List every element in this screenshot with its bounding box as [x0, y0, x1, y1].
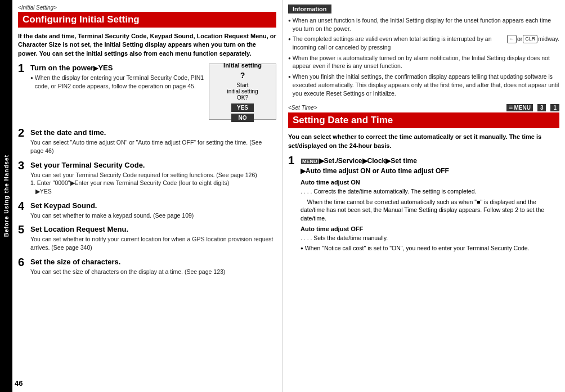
- right-step-1-number: 1: [288, 155, 301, 255]
- left-column: Before Using the Handset <Initial Settin…: [0, 0, 282, 392]
- initial-setting-image: Initial setting ? Startinitial settingOK…: [209, 64, 276, 120]
- section-title: Configuring Initial Setting: [18, 12, 276, 28]
- step-5-content: Set Location Request Menu. You can set w…: [30, 225, 276, 251]
- right-step-1-title: MENU▶Set./Service▶Clock▶Set time ▶Auto t…: [301, 156, 559, 176]
- menu-symbol: MENU: [301, 159, 319, 164]
- step-5: 5 Set Location Request Menu. You can set…: [18, 225, 276, 251]
- auto-on-title: Auto time adjust ON: [301, 179, 559, 186]
- menu-label: MENU: [514, 105, 530, 111]
- step-5-body: You can set whether to notify your curre…: [30, 235, 276, 251]
- right-step-1: 1 MENU▶Set./Service▶Clock▶Set time ▶Auto…: [288, 156, 559, 255]
- step-3: 3 Set your Terminal Security Code. You c…: [18, 161, 276, 196]
- info-bullet-2: The completed settings are valid even wh…: [288, 35, 559, 51]
- menu-icon: ☰: [509, 105, 513, 110]
- auto-off-bullet: When "Notice call cost" is set to "ON", …: [301, 244, 559, 253]
- right-step-1-content: MENU▶Set./Service▶Clock▶Set time ▶Auto t…: [301, 156, 559, 255]
- auto-on-body1: . . . . Corrects the date/time automatic…: [301, 187, 559, 196]
- step-4-number: 4: [18, 200, 30, 211]
- section-tag: <Initial Setting>: [18, 4, 276, 11]
- image-buttons: YES NO: [231, 103, 254, 122]
- right-intro: You can select whether to correct the ti…: [288, 133, 559, 150]
- information-content: When an unset function is found, the Ini…: [288, 16, 559, 97]
- right-section-title: Setting Date and Time: [288, 112, 559, 128]
- right-column: Information When an unset function is fo…: [282, 0, 565, 392]
- auto-off-section: Auto time adjust OFF . . . . Sets the da…: [301, 226, 559, 253]
- information-label: Information: [288, 4, 331, 13]
- yes-btn: YES: [231, 103, 254, 112]
- page-number: 46: [15, 379, 23, 388]
- step-6: 6 Set the size of characters. You can se…: [18, 258, 276, 276]
- auto-on-body2: When the time cannot be corrected automa…: [301, 198, 559, 223]
- menu-badge: ☰ MENU: [506, 104, 532, 111]
- step-5-title: Set Location Request Menu.: [30, 225, 276, 233]
- step-2-body: You can select "Auto time adjust ON" or …: [30, 138, 276, 155]
- step-6-number: 6: [18, 256, 30, 268]
- info-bullet-1: When an unset function is found, the Ini…: [288, 16, 559, 33]
- intro-text: If the date and time, Terminal Security …: [18, 32, 276, 58]
- step-4: 4 Set Keypad Sound. You can set whether …: [18, 201, 276, 220]
- step-2: 2 Set the date and time. You can select …: [18, 128, 276, 155]
- auto-off-title: Auto time adjust OFF: [301, 226, 559, 232]
- image-subtitle: Startinitial settingOK?: [227, 82, 258, 101]
- step-6-body: You can set the size of characters on th…: [30, 268, 276, 276]
- set-time-tag: <Set Time>: [288, 105, 317, 111]
- step-2-title: Set the date and time.: [30, 128, 276, 137]
- num1-badge: 3: [537, 104, 546, 111]
- back-key: ←: [507, 35, 517, 43]
- step-1-bullet: When the display for entering your Termi…: [30, 74, 204, 90]
- info-bullet-3: When the power is automatically turned o…: [288, 54, 559, 70]
- step-3-title: Set your Terminal Security Code.: [30, 161, 276, 169]
- left-content: <Initial Setting> Configuring Initial Se…: [12, 0, 282, 286]
- step-5-number: 5: [18, 224, 30, 235]
- step-2-content: Set the date and time. You can select "A…: [30, 128, 276, 155]
- step-3-body: You can set your Terminal Security Code …: [30, 171, 276, 196]
- step-3-content: Set your Terminal Security Code. You can…: [30, 161, 276, 196]
- step-1-content: Initial setting ? Startinitial settingOK…: [30, 64, 276, 123]
- step-2-number: 2: [18, 127, 30, 138]
- auto-off-body1: . . . . Sets the date/time manually.: [301, 234, 559, 242]
- right-content: Information When an unset function is fo…: [282, 0, 565, 264]
- image-title: Initial setting: [223, 62, 262, 69]
- step-6-title: Set the size of characters.: [30, 258, 276, 266]
- step-1: 1 Initial setting ? Startinitial setting…: [18, 64, 276, 123]
- image-question: ?: [240, 71, 245, 80]
- set-time-tag-row: <Set Time> ☰ MENU 3 1: [288, 104, 559, 111]
- step-6-content: Set the size of characters. You can set …: [30, 258, 276, 276]
- sidebar-text: Before Using the Handset: [3, 155, 10, 237]
- clr-key: CLR: [523, 35, 537, 43]
- sidebar-label: Before Using the Handset: [0, 0, 12, 392]
- info-bullet-4: When you finish the initial settings, th…: [288, 73, 559, 97]
- auto-on-section: Auto time adjust ON . . . . Corrects the…: [301, 179, 559, 223]
- step-4-title: Set Keypad Sound.: [30, 201, 276, 210]
- step-1-number: 1: [18, 62, 30, 74]
- step-4-body: You can set whether to make a keypad sou…: [30, 211, 276, 220]
- no-btn: NO: [231, 114, 254, 122]
- auto-off-bullet-item: When "Notice call cost" is set to "ON", …: [301, 244, 559, 253]
- num2-badge: 1: [550, 104, 559, 111]
- step-4-content: Set Keypad Sound. You can set whether to…: [30, 201, 276, 220]
- step-3-number: 3: [18, 160, 30, 171]
